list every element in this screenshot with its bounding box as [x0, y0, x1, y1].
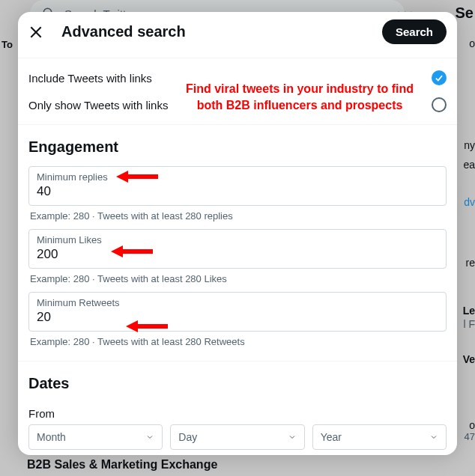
bg-fragment-bottom: B2B Sales & Marketing Exchange	[27, 458, 217, 472]
month-select-label: Month	[37, 431, 66, 443]
divider	[18, 124, 457, 125]
min-replies-field[interactable]: Minimum replies	[28, 166, 447, 206]
only-links-label: Only show Tweets with links	[28, 99, 168, 112]
close-button[interactable]	[28, 25, 43, 40]
bg-fragment: Ve	[463, 353, 475, 365]
min-replies-label: Minimum replies	[37, 171, 438, 183]
min-likes-hint: Example: 280 · Tweets with at least 280 …	[28, 269, 447, 284]
min-retweets-input[interactable]	[37, 310, 438, 325]
chevron-down-icon	[429, 433, 438, 442]
month-select[interactable]: Month	[28, 424, 163, 450]
bg-fragment: 47	[465, 431, 475, 442]
bg-fragment: Se	[456, 4, 474, 22]
day-select[interactable]: Day	[170, 424, 304, 450]
include-links-label: Include Tweets with links	[28, 72, 152, 85]
min-likes-label: Minimum Likes	[37, 234, 438, 245]
close-icon	[28, 25, 43, 40]
modal-body: Include Tweets with links Only show Twee…	[18, 64, 457, 455]
date-row: Month Day Year	[18, 424, 457, 455]
from-label: From	[18, 403, 457, 424]
advanced-search-modal: Advanced search Search Include Tweets wi…	[18, 12, 457, 455]
min-retweets-hint: Example: 280 · Tweets with at least 280 …	[28, 332, 447, 347]
min-replies-group: Minimum replies Example: 280 · Tweets wi…	[18, 166, 457, 229]
bg-fragment: dv	[464, 196, 475, 208]
only-links-radio[interactable]	[432, 97, 447, 112]
min-retweets-label: Minimum Retweets	[37, 297, 438, 308]
bg-fragment: Le	[463, 305, 475, 317]
min-retweets-group: Minimum Retweets Example: 280 · Tweets w…	[18, 292, 457, 355]
bg-fragment: ny	[464, 139, 475, 151]
modal-header: Advanced search Search	[18, 12, 457, 52]
min-replies-input[interactable]	[37, 184, 438, 199]
min-retweets-field[interactable]: Minimum Retweets	[28, 292, 447, 332]
check-icon	[434, 73, 444, 83]
chevron-down-icon	[145, 433, 154, 442]
bg-fragment: ea	[463, 159, 475, 171]
min-likes-input[interactable]	[37, 247, 438, 262]
modal-title: Advanced search	[61, 23, 364, 40]
include-links-checkbox[interactable]	[432, 70, 447, 85]
year-select[interactable]: Year	[312, 424, 447, 450]
min-likes-group: Minimum Likes Example: 280 · Tweets with…	[18, 229, 457, 292]
min-replies-hint: Example: 280 · Tweets with at least 280 …	[28, 206, 447, 222]
bg-fragment: o	[469, 37, 475, 49]
only-links-row: Only show Tweets with links	[18, 91, 457, 118]
search-button[interactable]: Search	[382, 19, 447, 44]
bg-fragment: l F	[463, 318, 475, 330]
bg-fragment: To	[1, 39, 13, 50]
divider	[18, 58, 457, 58]
bg-fragment: re	[466, 257, 475, 269]
divider	[18, 361, 457, 361]
chevron-down-icon	[288, 433, 297, 442]
bg-fragment: o	[469, 419, 475, 431]
day-select-label: Day	[178, 431, 197, 443]
min-likes-field[interactable]: Minimum Likes	[28, 229, 447, 269]
dates-heading: Dates	[18, 367, 457, 403]
year-select-label: Year	[321, 431, 342, 443]
include-links-row: Include Tweets with links	[18, 64, 457, 91]
engagement-heading: Engagement	[18, 131, 457, 166]
